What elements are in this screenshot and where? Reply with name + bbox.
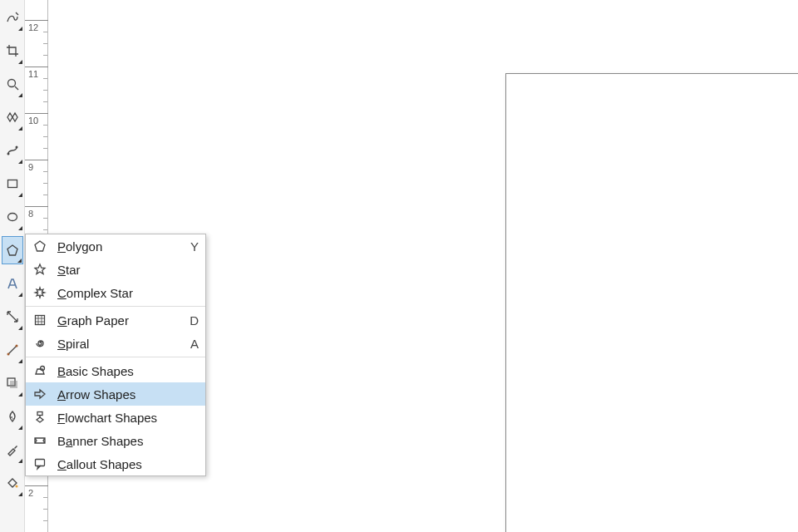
svg-point-2 [15,146,17,149]
tool-dimension[interactable] [2,303,23,331]
page[interactable] [505,73,798,532]
flyout-item-label: Banner Shapes [57,434,184,448]
spiral-icon [31,334,49,352]
svg-point-0 [7,80,15,87]
flyout-item-label: Arrow Shapes [57,387,184,401]
svg-rect-10 [12,418,14,420]
flyout-item-banner-shapes[interactable]: Banner Shapes [26,429,205,452]
tool-straight-line[interactable] [2,336,23,364]
svg-point-6 [15,345,17,347]
tool-connector[interactable] [2,136,23,165]
basic-icon [31,362,49,380]
tool-transparency[interactable] [2,402,23,431]
flyout-item-label: Graph Paper [57,313,184,328]
tool-crop[interactable] [2,37,23,65]
svg-point-5 [7,353,9,356]
polygon-icon [6,244,19,257]
line2-icon [6,343,19,357]
ruler-tick-label: 10 [28,116,38,126]
flyout-item-spiral[interactable]: SpiralA [26,332,205,355]
svg-rect-15 [36,460,45,466]
ruler-tick-label: 8 [28,209,33,219]
polygon-icon [31,237,49,255]
svg-point-4 [7,214,17,221]
ruler-tick-label: 12 [28,22,38,32]
complex-star-icon [31,283,49,302]
tool-polygon[interactable] [2,236,23,264]
svg-rect-9 [11,416,12,418]
crop-icon [6,44,19,57]
flyout-item-flowchart-shapes[interactable]: Flowchart Shapes [26,406,205,429]
flyout-item-label: Callout Shapes [57,457,184,471]
tool-fill[interactable] [2,469,23,497]
flyout-item-label: Star [57,263,184,277]
flyout-item-label: Complex Star [57,286,184,300]
eyedropper-icon [6,443,19,456]
tool-freehand[interactable] [2,3,23,32]
shadow-icon [6,377,19,390]
tool-ellipse[interactable] [2,203,23,231]
flyout-item-callout-shapes[interactable]: Callout Shapes [26,452,205,475]
svg-rect-8 [10,381,17,388]
flyout-item-label: Basic Shapes [57,364,184,378]
graph-icon [31,311,49,329]
connector-icon [6,144,19,157]
flyout-item-complex-star[interactable]: Complex Star [26,281,205,304]
flyout-item-star[interactable]: Star [26,258,205,281]
tool-drop-shadow[interactable] [2,369,23,397]
dimension-icon [6,310,19,323]
tool-rectangle[interactable] [2,170,23,198]
svg-rect-14 [37,412,42,416]
tool-text[interactable] [2,269,23,298]
fill-icon [6,476,19,490]
rect-icon [6,177,19,190]
banner-icon [31,431,49,450]
ruler-tick-label: 11 [28,69,38,79]
flyout-item-shortcut: A [184,337,199,351]
svg-point-1 [7,153,9,155]
callout-icon [31,455,49,473]
smartfill-icon [6,111,19,124]
flow-icon [31,408,49,426]
flyout-item-polygon[interactable]: PolygonY [26,234,205,258]
ruler-tick-label: 9 [28,162,33,172]
text-icon [6,277,19,290]
flyout-item-label: Spiral [57,337,184,351]
arrow-icon [31,385,49,403]
flyout-item-basic-shapes[interactable]: Basic Shapes [26,359,205,382]
star-icon [31,260,49,278]
svg-point-11 [15,485,17,488]
ellipse-icon [6,210,19,224]
tool-smart-fill[interactable] [2,103,23,131]
flyout-item-shortcut: Y [184,239,199,254]
tool-eyedropper[interactable] [2,436,23,464]
transparency-icon [6,410,19,423]
toolbox [0,0,25,532]
flyout-item-arrow-shapes[interactable]: Arrow Shapes [26,382,205,406]
freehand-icon [6,11,19,24]
flyout-item-shortcut: D [184,313,199,328]
flyout-item-graph-paper[interactable]: Graph PaperD [26,308,205,332]
svg-rect-12 [36,316,45,325]
svg-rect-3 [7,180,17,188]
shape-tool-flyout: PolygonYStarComplex StarGraph PaperDSpir… [25,234,206,476]
flyout-item-label: Polygon [57,239,184,254]
flyout-item-label: Flowchart Shapes [57,411,184,425]
zoom-icon [6,77,19,91]
tool-zoom[interactable] [2,70,23,98]
ruler-tick-label: 2 [28,488,33,498]
